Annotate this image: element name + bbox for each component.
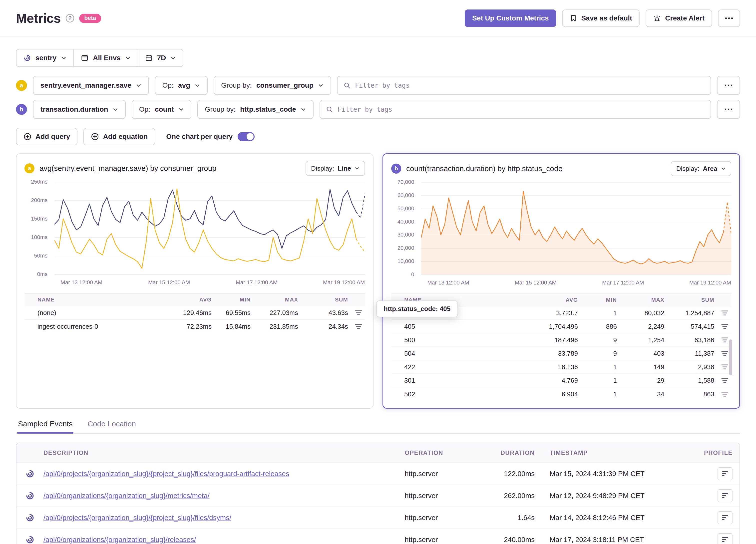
environment-selector[interactable]: All Envs <box>74 49 138 67</box>
event-operation: http.server <box>405 492 485 500</box>
chart-title-a: avg(sentry.event_manager.save) by consum… <box>39 164 216 173</box>
series-color-cell <box>24 309 37 317</box>
chart-b-plot-area[interactable] <box>421 182 731 274</box>
profile-button[interactable] <box>718 533 733 544</box>
y-axis-label: 250ms <box>31 179 47 185</box>
display-a-value: Line <box>338 165 351 172</box>
legend-header-cell: NAME <box>37 296 157 303</box>
op-select-a[interactable]: Op: avg <box>155 76 208 95</box>
x-axis-label: Mar 13 12:00 AM <box>427 279 469 286</box>
legend-row: 42218.13611492,938 <box>391 360 731 374</box>
display-select-b[interactable]: Display: Area <box>671 161 731 176</box>
query-a-overflow-button[interactable] <box>717 76 740 95</box>
series-filter-icon <box>721 364 728 370</box>
tag-filter-b <box>320 100 711 119</box>
row-filter-button[interactable] <box>714 391 731 397</box>
series-stat-value: 187.496 <box>523 336 578 344</box>
add-equation-button[interactable]: Add equation <box>83 128 155 145</box>
header-description: DESCRIPTION <box>43 449 405 456</box>
tab-sampled-events[interactable]: Sampled Events <box>17 417 73 433</box>
event-profile-cell <box>718 533 740 544</box>
row-filter-button[interactable] <box>714 350 731 356</box>
chevron-down-icon <box>318 83 324 88</box>
group-by-select-b[interactable]: Group by: http.status_code <box>197 100 314 119</box>
tag-filter-b-input[interactable] <box>338 106 705 113</box>
series-filter-icon <box>355 310 362 316</box>
chart-b: 010,00020,00030,00040,00050,00060,00070,… <box>391 182 731 287</box>
chart-a-y-axis: 0ms50ms100ms150ms200ms250ms <box>24 182 50 274</box>
legend-header-row: NAMEAVGMINMAXSUM <box>24 293 365 306</box>
x-axis-label: Mar 13 12:00 AM <box>60 279 102 286</box>
op-select-b[interactable]: Op: count <box>132 100 191 119</box>
event-row: /api/0/organizations/{organization_slug}… <box>16 485 740 507</box>
series-stat-value: 63,186 <box>664 336 714 344</box>
series-stat-value: 574,415 <box>664 323 714 330</box>
help-icon[interactable]: ? <box>66 14 74 22</box>
metric-select-a[interactable]: sentry.event_manager.save <box>33 76 149 95</box>
search-icon <box>326 106 333 113</box>
project-selector[interactable]: sentry <box>16 49 74 67</box>
save-as-default-button[interactable]: Save as default <box>562 9 640 27</box>
event-description-link[interactable]: /api/0/organizations/{organization_slug}… <box>43 536 405 544</box>
query-b-overflow-button[interactable] <box>717 100 740 119</box>
event-description-link[interactable]: /api/0/projects/{organization_slug}/{pro… <box>43 470 405 478</box>
series-stat-value: 29 <box>617 377 664 384</box>
legend-row: 4051,704.4968862,249574,415 <box>391 320 731 333</box>
row-filter-button[interactable] <box>714 377 731 383</box>
metric-select-b-value: transaction.duration <box>40 105 108 113</box>
row-filter-button[interactable] <box>714 310 731 316</box>
one-chart-toggle[interactable] <box>238 132 255 141</box>
one-chart-per-query: One chart per query <box>166 132 255 141</box>
x-axis-label: Mar 15 12:00 AM <box>148 279 190 286</box>
event-description-link[interactable]: /api/0/organizations/{organization_slug}… <box>43 492 405 500</box>
events-table-header: DESCRIPTION OPERATION DURATION TIMESTAMP… <box>16 443 740 463</box>
tag-filter-a-input[interactable] <box>355 82 705 89</box>
row-filter-button[interactable] <box>714 364 731 370</box>
charts-grid: a avg(sentry.event_manager.save) by cons… <box>16 153 740 409</box>
legend-header-cell: MAX <box>617 297 664 303</box>
event-description-link[interactable]: /api/0/projects/{organization_slug}/{pro… <box>43 514 405 522</box>
legend-header-cell: AVG <box>157 296 212 303</box>
header-overflow-button[interactable] <box>718 9 740 27</box>
x-axis-label: Mar 15 12:00 AM <box>515 279 557 286</box>
series-stat-value: 1 <box>578 309 617 317</box>
event-row: /api/0/organizations/{organization_slug}… <box>16 529 740 544</box>
profiling-icon <box>722 537 729 543</box>
series-stat-value: 1,704.496 <box>523 323 578 330</box>
metric-select-b[interactable]: transaction.duration <box>33 100 126 119</box>
chart-panel-b[interactable]: b count(transaction.duration) by http.st… <box>382 153 740 409</box>
profile-button[interactable] <box>718 511 733 524</box>
chevron-down-icon <box>136 83 141 88</box>
row-filter-button[interactable] <box>714 323 731 329</box>
series-stat-value: 9 <box>578 336 617 344</box>
setup-custom-metrics-button[interactable]: Set Up Custom Metrics <box>465 9 556 27</box>
chart-b-legend-table: http.status_code: 405 NAMEAVGMINMAXSUM3,… <box>391 293 731 401</box>
series-stat-value: 11,387 <box>664 350 714 357</box>
group-by-select-a[interactable]: Group by: consumer_group <box>214 76 331 95</box>
row-filter-button[interactable] <box>348 310 365 316</box>
sentry-project-icon <box>16 535 43 544</box>
profile-button[interactable] <box>718 467 733 480</box>
create-alert-button[interactable]: Create Alert <box>646 9 712 27</box>
row-filter-button[interactable] <box>714 337 731 343</box>
add-query-button[interactable]: Add query <box>16 128 77 145</box>
chart-a-plot-area[interactable] <box>54 182 365 274</box>
row-filter-button[interactable] <box>348 323 365 329</box>
legend-row: 5026.904134863 <box>391 387 731 401</box>
series-stat-value: 403 <box>617 350 664 357</box>
profiling-icon <box>722 493 729 499</box>
detail-tabs: Sampled Events Code Location <box>16 417 740 434</box>
chart-panel-a-header: a avg(sentry.event_manager.save) by cons… <box>24 161 365 176</box>
legend-scrollbar[interactable] <box>729 339 732 375</box>
event-timestamp: Mar 17, 2024 3:18:11 PM CET <box>550 536 695 544</box>
series-stat-value: 1 <box>578 390 617 398</box>
x-axis-label: Mar 17 12:00 AM <box>236 279 278 286</box>
chart-panel-a[interactable]: a avg(sentry.event_manager.save) by cons… <box>16 153 374 409</box>
y-axis-label: 70,000 <box>397 179 414 185</box>
group-by-b-value: http.status_code <box>240 105 296 113</box>
display-select-a[interactable]: Display: Line <box>306 161 365 176</box>
tab-code-location[interactable]: Code Location <box>86 417 137 433</box>
profile-button[interactable] <box>718 489 733 502</box>
date-range-selector[interactable]: 7D <box>138 49 184 67</box>
query-row-a: a sentry.event_manager.save Op: avg Grou… <box>16 76 740 95</box>
